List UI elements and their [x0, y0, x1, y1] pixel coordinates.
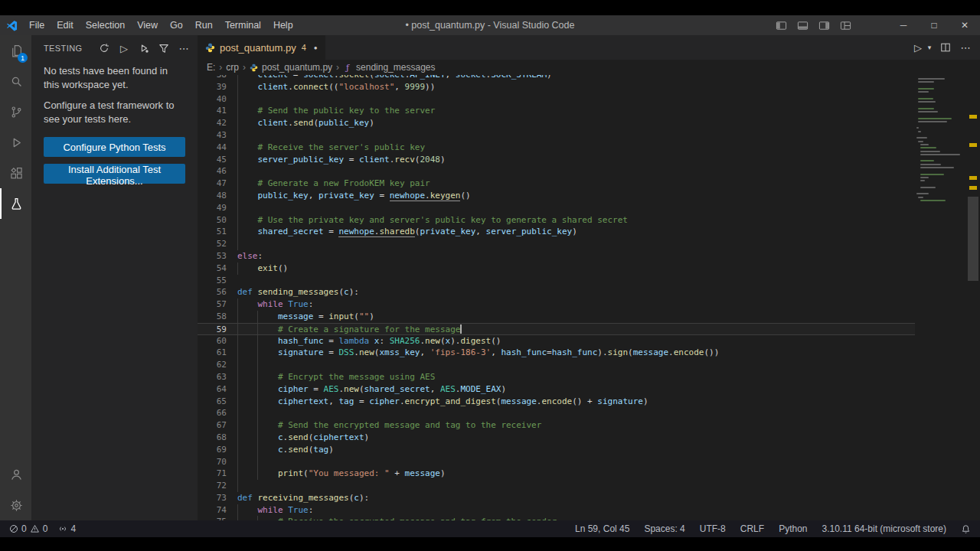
gear-icon[interactable] — [0, 490, 31, 520]
menu-terminal[interactable]: Terminal — [219, 15, 267, 35]
indentation-status[interactable]: Spaces: 4 — [642, 520, 686, 537]
close-button[interactable]: ✕ — [949, 15, 980, 35]
code-line[interactable]: 55 — [198, 275, 915, 287]
code-line[interactable]: 56def sending_messages(c): — [198, 286, 915, 298]
menu-file[interactable]: File — [23, 15, 51, 35]
sidebar-item-run-debug[interactable] — [0, 127, 31, 158]
code-line[interactable]: 71 print("You messaged: " + message) — [198, 468, 915, 480]
problems-status[interactable]: 0 0 — [8, 520, 49, 537]
breadcrumb-folder[interactable]: crp — [226, 62, 239, 73]
menu-help[interactable]: Help — [267, 15, 299, 35]
minimize-button[interactable]: ─ — [888, 15, 919, 35]
code-line[interactable]: 66 — [198, 407, 915, 419]
code-line[interactable]: 73def receiving_messages(c): — [198, 492, 915, 504]
dirty-indicator-icon[interactable]: ● — [314, 44, 318, 51]
ruler-marker — [969, 186, 977, 190]
customize-layout-icon[interactable] — [835, 15, 856, 35]
editor-more-actions-icon[interactable]: ⋯ — [957, 39, 974, 56]
cursor-position-status[interactable]: Ln 59, Col 45 — [573, 520, 631, 537]
language-mode-status[interactable]: Python — [777, 520, 808, 537]
code-line[interactable]: 51 shared_secret = newhope.sharedb(priva… — [198, 226, 915, 238]
code-line[interactable]: 50 # Use the private key and server's pu… — [198, 214, 915, 227]
python-file-icon — [250, 64, 258, 72]
code-line[interactable]: 48 public_key, private_key = newhope.key… — [198, 190, 915, 202]
error-count: 0 — [21, 523, 27, 534]
sidebar-item-testing[interactable] — [0, 188, 31, 219]
more-actions-icon[interactable]: ⋯ — [176, 41, 191, 56]
notifications-bell-icon[interactable] — [959, 520, 972, 537]
status-bar: 0 0 4 Ln 59, Col 45 Spaces: 4 UTF-8 CRLF… — [0, 520, 980, 537]
code-line[interactable]: 45 server_public_key = client.recv(2048) — [198, 154, 915, 166]
ports-count: 4 — [70, 523, 76, 534]
vertical-scrollbar[interactable] — [968, 197, 978, 281]
run-dropdown-icon[interactable]: ▾ — [925, 39, 934, 56]
code-line[interactable]: 46 — [198, 165, 915, 178]
ports-status[interactable]: 4 — [57, 520, 77, 537]
maximize-button[interactable]: □ — [919, 15, 949, 35]
refresh-tests-icon[interactable] — [96, 41, 112, 56]
sidebar-item-source-control[interactable] — [0, 96, 31, 127]
chevron-right-icon: › — [219, 62, 222, 73]
tab-post-quantum[interactable]: post_quantum.py 4 ● — [198, 35, 325, 60]
code-line[interactable]: 70 — [198, 456, 915, 468]
code-line[interactable]: 61 signature = DSS.new(xmss_key, 'fips-1… — [198, 347, 915, 359]
code-line[interactable]: 57 while True: — [198, 298, 915, 311]
code-line[interactable]: 68 c.send(ciphertext) — [198, 432, 915, 444]
menu-view[interactable]: View — [131, 15, 164, 35]
debug-tests-icon[interactable] — [136, 41, 152, 56]
code-line[interactable]: 58 message = input("") — [198, 311, 915, 323]
split-editor-icon[interactable] — [937, 39, 954, 56]
warning-count: 0 — [43, 523, 48, 534]
python-interpreter-status[interactable]: 3.10.11 64-bit (microsoft store) — [820, 520, 948, 537]
sidebar-item-extensions[interactable] — [0, 158, 31, 188]
code-line[interactable]: 65 ciphertext, tag = cipher.encrypt_and_… — [198, 396, 915, 408]
encoding-status[interactable]: UTF-8 — [698, 520, 727, 537]
code-line[interactable]: 47 # Generate a new FrodoKEM key pair — [198, 178, 915, 190]
code-line[interactable]: 62 — [198, 359, 915, 371]
code-line[interactable]: 38 client = socket.socket(socket.AF_INET… — [198, 75, 915, 81]
minimap[interactable] — [915, 75, 966, 520]
code-line[interactable]: 49 — [198, 202, 915, 214]
code-line[interactable]: 69 c.send(tag) — [198, 444, 915, 456]
breadcrumb-file[interactable]: post_quantum.py — [262, 62, 332, 73]
eol-status[interactable]: CRLF — [739, 520, 766, 537]
code-line[interactable]: 72 — [198, 480, 915, 492]
code-line[interactable]: 52 — [198, 238, 915, 250]
code-line[interactable]: 60 hash_func = lambda x: SHA256.new(x).d… — [198, 335, 915, 347]
sidebar-item-explorer[interactable]: 1 — [0, 35, 31, 66]
install-test-extensions-button[interactable]: Install Additional Test Extensions... — [44, 164, 185, 184]
run-python-file-icon[interactable]: ▷ — [910, 39, 926, 56]
filter-icon[interactable] — [156, 41, 172, 56]
code-line[interactable]: 64 cipher = AES.new(shared_secret, AES.M… — [198, 383, 915, 396]
testing-panel: TESTING ▷ ⋯ No tests have been foun — [31, 35, 198, 520]
code-line[interactable]: 40 — [198, 93, 915, 106]
sidebar-item-search[interactable] — [0, 66, 31, 96]
code-line[interactable]: 53else: — [198, 250, 915, 262]
toggle-secondary-sidebar-icon[interactable] — [813, 15, 835, 35]
code-line[interactable]: 54 exit() — [198, 262, 915, 275]
menu-edit[interactable]: Edit — [51, 15, 80, 35]
menu-run[interactable]: Run — [189, 15, 219, 35]
toggle-sidebar-icon[interactable] — [770, 15, 792, 35]
vscode-window: File Edit Selection View Go Run Terminal… — [0, 15, 980, 537]
toggle-panel-icon[interactable] — [792, 15, 813, 35]
breadcrumb-drive[interactable]: E: — [207, 62, 215, 73]
breadcrumb-symbol[interactable]: sending_messages — [356, 62, 435, 73]
code-line[interactable]: 44 # Receive the server's public key — [198, 142, 915, 154]
code-line[interactable]: 41 # Send the public key to the server — [198, 105, 915, 117]
configure-python-tests-button[interactable]: Configure Python Tests — [44, 137, 185, 157]
code-line[interactable]: 59 # Create a signature for the message — [198, 323, 915, 335]
minimap-content — [915, 78, 966, 201]
code-line[interactable]: 43 — [198, 129, 915, 142]
menu-go[interactable]: Go — [164, 15, 189, 35]
account-icon[interactable] — [0, 459, 31, 490]
code-line[interactable]: 74 while True: — [198, 504, 915, 517]
code-line[interactable]: 42 client.send(public_key) — [198, 117, 915, 129]
code-line[interactable]: 63 # Encrypt the message using AES — [198, 371, 915, 383]
code-line[interactable]: 67 # Send the encrypted message and tag … — [198, 419, 915, 432]
code-editor[interactable]: 38 client = socket.socket(socket.AF_INET… — [198, 75, 980, 520]
run-tests-icon[interactable]: ▷ — [116, 41, 132, 56]
menu-selection[interactable]: Selection — [80, 15, 131, 35]
code-line[interactable]: 39 client.connect(("localhost", 9999)) — [198, 81, 915, 93]
code-line[interactable]: 75 # Receive the encrypted message and t… — [198, 516, 915, 520]
